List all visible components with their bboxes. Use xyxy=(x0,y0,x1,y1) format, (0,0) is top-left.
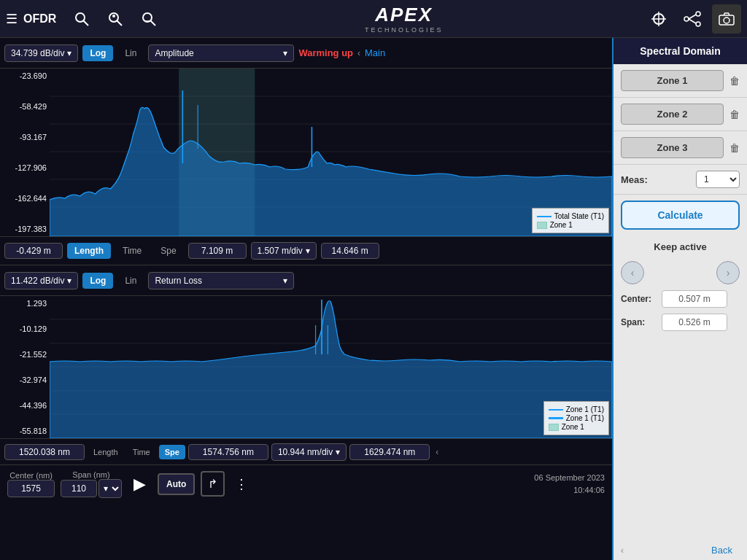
span-field-input[interactable] xyxy=(662,314,727,331)
length-btn[interactable]: Length xyxy=(67,243,111,259)
y-label-3: -127.906 xyxy=(1,163,47,172)
div-dropdown-top[interactable]: 1.507 m/div ▾ xyxy=(251,242,317,260)
zone-2-row: Zone 2 🗑 xyxy=(614,98,747,131)
axis-spec-btn[interactable]: Spe xyxy=(159,445,185,459)
by-label-5: -55.818 xyxy=(1,427,47,435)
calculate-button[interactable]: Calculate xyxy=(621,201,740,230)
legend-item-0: Total State (T1) xyxy=(554,212,604,220)
main-layout: 34.739 dB/div ▾ Log Lin Amplitude ▾ Warm… xyxy=(0,38,747,560)
center-nm-input[interactable] xyxy=(7,480,55,497)
db-div-dropdown[interactable]: 34.739 dB/div ▾ xyxy=(4,44,78,62)
search-icon[interactable] xyxy=(68,5,96,33)
time-btn[interactable]: Time xyxy=(115,243,149,259)
svg-point-5 xyxy=(143,13,152,22)
svg-line-6 xyxy=(151,20,156,26)
svg-point-13 xyxy=(696,22,700,26)
return-loss-dropdown[interactable]: Return Loss ▾ xyxy=(148,272,294,289)
main-link[interactable]: Main xyxy=(365,47,385,58)
zone-1-row: Zone 1 🗑 xyxy=(614,64,747,98)
right-panel-header: Spectral Domain xyxy=(614,38,747,64)
span-nm-dropdown[interactable]: ▾ xyxy=(98,479,122,498)
b-legend-0: Zone 1 (T1) xyxy=(566,405,604,413)
y-label-2: -93.167 xyxy=(1,133,47,141)
axis-row: 1520.038 nm Length Time Spe 1574.756 nm … xyxy=(0,438,612,464)
y-label-0: -23.690 xyxy=(1,71,47,80)
menu-icon[interactable]: ☰ xyxy=(6,11,18,27)
zone-3-row: Zone 3 🗑 xyxy=(614,131,747,165)
back-arrow-icon[interactable]: ‹ xyxy=(621,545,624,556)
bottom-chart-y-axis: 1.293 -10.129 -21.552 -32.974 -44.396 -5… xyxy=(0,296,50,438)
lin-btn-top[interactable]: Lin xyxy=(117,45,144,61)
axis-center-input[interactable]: 1574.756 nm xyxy=(188,444,268,460)
more-button[interactable]: ⋮ xyxy=(231,476,252,492)
svg-point-4 xyxy=(112,15,115,18)
bottom-controls: Center (nm) Span (nm) ▾ ▶ Auto ↱ ⋮ 06 Se… xyxy=(0,464,612,502)
apex-sub-text: TECHNOLOGIES xyxy=(365,26,444,34)
meas-row: Meas: 1 xyxy=(614,165,747,195)
spec-btn-top[interactable]: Spe xyxy=(153,243,183,259)
center-field-input[interactable] xyxy=(662,290,727,308)
by-label-2: -21.552 xyxy=(1,350,47,359)
axis-right-input[interactable]: 1629.474 nm xyxy=(349,444,430,460)
person-remove-icon[interactable] xyxy=(135,5,163,33)
bottom-chart-legend: Zone 1 (T1) Zone 1 (T1) Zone 1 xyxy=(543,401,609,435)
amplitude-dropdown[interactable]: Amplitude ▾ xyxy=(148,44,294,62)
meas-label: Meas: xyxy=(621,174,648,185)
axis-div-dropdown[interactable]: 10.944 nm/div ▾ xyxy=(271,443,347,461)
collapse-arrow[interactable]: ‹ xyxy=(357,48,360,58)
span-group: Span (nm) ▾ xyxy=(61,470,122,498)
center-group: Center (nm) xyxy=(7,471,55,497)
meas-select[interactable]: 1 xyxy=(696,171,740,188)
svg-point-17 xyxy=(724,18,729,23)
person-search-icon[interactable] xyxy=(101,5,129,33)
log-btn-top[interactable]: Log xyxy=(82,45,113,61)
svg-point-0 xyxy=(76,13,85,22)
back-row: ‹ Back xyxy=(614,540,747,560)
auto-button[interactable]: Auto xyxy=(158,473,195,495)
zone-1-delete-icon[interactable]: 🗑 xyxy=(729,75,740,87)
top-chart-y-axis: -23.690 -58.429 -93.167 -127.906 -162.64… xyxy=(0,69,50,236)
db-div-dropdown-bottom[interactable]: 11.422 dB/div ▾ xyxy=(4,272,78,289)
by-label-0: 1.293 xyxy=(1,299,47,308)
zone-3-delete-icon[interactable]: 🗑 xyxy=(729,142,740,154)
zone-1-button[interactable]: Zone 1 xyxy=(621,70,724,91)
zone-2-button[interactable]: Zone 2 xyxy=(621,104,724,125)
back-link[interactable]: Back xyxy=(711,545,740,556)
nav-arrows-row: ‹ › xyxy=(614,258,747,287)
axis-left-input[interactable]: 1520.038 nm xyxy=(4,444,85,460)
zone-2-delete-icon[interactable]: 🗑 xyxy=(729,109,740,120)
nodes-icon[interactable] xyxy=(678,5,706,33)
top-chart-legend: Total State (T1) Zone 1 xyxy=(532,208,609,233)
play-button[interactable]: ▶ xyxy=(128,475,152,494)
y-label-4: -162.644 xyxy=(1,194,47,203)
app-title: OFDR xyxy=(23,12,56,26)
arrow-left-button[interactable]: ‹ xyxy=(621,261,644,284)
center-nm-label: Center (nm) xyxy=(9,471,53,480)
b-legend-2: Zone 1 xyxy=(562,423,584,431)
svg-line-14 xyxy=(689,15,696,19)
by-label-4: -44.396 xyxy=(1,401,47,410)
arrow-right-button[interactable]: › xyxy=(716,261,740,284)
span-nm-input[interactable] xyxy=(61,480,97,497)
bottom-chart-controls: 11.422 dB/div ▾ Log Lin Return Loss ▾ xyxy=(0,265,612,296)
top-chart-canvas: Total State (T1) Zone 1 xyxy=(50,69,612,236)
warming-up-label: Warming up xyxy=(298,47,353,58)
flip-button[interactable]: ↱ xyxy=(201,471,225,497)
span-nm-label: Span (nm) xyxy=(72,470,109,479)
nav-center-input[interactable]: 7.109 m xyxy=(188,243,247,259)
crosshair-icon[interactable] xyxy=(645,5,673,33)
apex-logo: APEX TECHNOLOGIES xyxy=(169,4,639,34)
svg-point-11 xyxy=(684,17,689,21)
axis-time-btn[interactable]: Time xyxy=(127,445,156,459)
legend-item-1: Zone 1 xyxy=(550,221,573,229)
camera-button[interactable] xyxy=(712,4,741,34)
axis-length-btn[interactable]: Length xyxy=(88,445,124,459)
lin-btn-bottom[interactable]: Lin xyxy=(117,273,144,289)
zone-3-button[interactable]: Zone 3 xyxy=(621,137,724,158)
nav-left-input[interactable]: -0.429 m xyxy=(4,243,63,259)
nav-right-input[interactable]: 14.646 m xyxy=(321,243,379,259)
log-btn-bottom[interactable]: Log xyxy=(82,273,113,289)
axis-collapse-icon[interactable]: ‹ xyxy=(436,447,438,457)
datetime-display: 06 September 2023 10:44:06 xyxy=(258,472,605,496)
top-nav-row: -0.429 m Length Time Spe 7.109 m 1.507 m… xyxy=(0,236,612,265)
